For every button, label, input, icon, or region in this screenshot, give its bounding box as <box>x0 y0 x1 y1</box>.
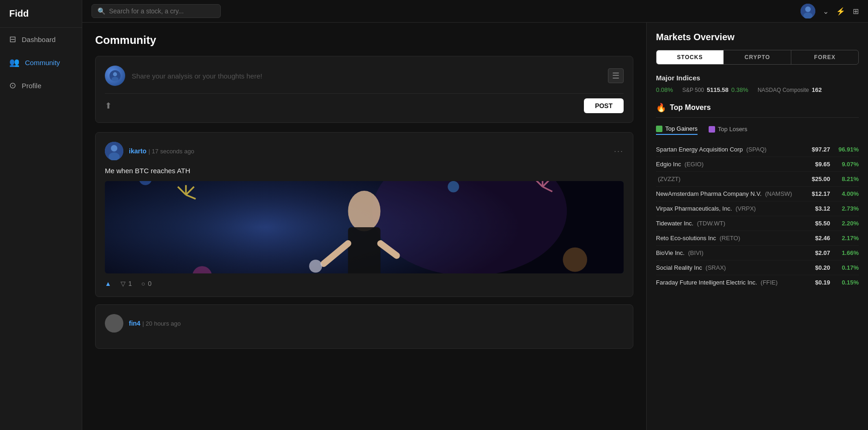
sidebar-item-community[interactable]: 👥 Community <box>0 51 82 74</box>
sidebar-item-profile[interactable]: ⊙ Profile <box>0 74 82 97</box>
post-more-button[interactable]: ··· <box>614 146 624 156</box>
dow-change: 0.08% <box>656 86 673 93</box>
stock-price: $5.50 <box>815 220 830 227</box>
post-author-section: ikarto | 17 seconds ago <box>105 142 194 160</box>
stock-price: $3.12 <box>815 205 830 212</box>
stock-change: 4.00% <box>836 190 859 197</box>
gainers-icon <box>656 126 662 132</box>
stock-row[interactable]: NewAmsterdam Pharma Company N.V. (NAMSW)… <box>656 187 859 201</box>
post-avatar <box>105 142 123 160</box>
svg-rect-19 <box>348 227 380 273</box>
sidebar-item-dashboard[interactable]: ⊟ Dashboard <box>0 28 82 51</box>
search-box[interactable]: 🔍 <box>91 4 221 18</box>
fire-icon: 🔥 <box>656 103 666 113</box>
sidebar-item-label: Profile <box>22 82 42 90</box>
upload-icon[interactable]: ⬆ <box>105 101 112 111</box>
losers-icon <box>709 126 715 133</box>
post-author-info: ikarto | 17 seconds ago <box>129 147 194 155</box>
stock-row[interactable]: Edgio Inc (EGIO) $9.65 9.07% <box>656 157 859 172</box>
nasdaq-name: NASDAQ Composite <box>758 87 809 93</box>
tab-top-losers[interactable]: Top Losers <box>709 125 747 135</box>
stock-price: $2.07 <box>815 249 830 256</box>
post-header: ikarto | 17 seconds ago ··· <box>105 142 624 160</box>
stock-change: 1.66% <box>836 249 859 256</box>
stock-change: 2.73% <box>836 205 859 212</box>
settings-icon[interactable]: ⊞ <box>853 7 859 16</box>
index-dow: 0.08% <box>656 86 673 93</box>
stock-price: $0.19 <box>815 279 830 286</box>
search-input[interactable] <box>109 7 215 15</box>
stock-change: 9.07% <box>836 161 859 168</box>
post-timestamp: | 20 hours ago <box>142 320 181 327</box>
main-content: 🔍 ⌄ ⚡ ⊞ Community <box>82 0 868 430</box>
post-header: fin4 | 20 hours ago <box>105 314 624 333</box>
stock-name: Tidewater Inc. (TDW.WT) <box>656 220 815 227</box>
sidebar-item-label: Dashboard <box>22 36 55 43</box>
author-name[interactable]: ikarto <box>129 147 146 155</box>
index-sp500: S&P 500 5115.58 0.38% <box>682 86 748 93</box>
svg-point-18 <box>348 191 380 231</box>
svg-point-4 <box>113 72 117 76</box>
stock-list: Spartan Energy Acquisition Corp (SPAQ) $… <box>656 142 859 290</box>
stock-name: Spartan Energy Acquisition Corp (SPAQ) <box>656 146 812 153</box>
notification-icon[interactable]: ⚡ <box>836 7 845 16</box>
svg-point-17 <box>448 181 459 193</box>
movers-tabs: Top Gainers Top Losers <box>656 125 859 135</box>
stock-row[interactable]: Faraday Future Intelligent Electric Inc.… <box>656 275 859 290</box>
stock-change: 8.21% <box>836 176 859 182</box>
post-author-section: fin4 | 20 hours ago <box>105 314 181 333</box>
stock-price: $97.27 <box>812 146 830 153</box>
post-card: fin4 | 20 hours ago <box>95 304 633 349</box>
stock-row[interactable]: (ZVZZT) $25.00 8.21% <box>656 172 859 187</box>
upvote-action[interactable]: ▲ <box>105 280 111 287</box>
stock-name: Faraday Future Intelligent Electric Inc.… <box>656 279 815 286</box>
stock-row[interactable]: Spartan Energy Acquisition Corp (SPAQ) $… <box>656 142 859 157</box>
downvote-action[interactable]: ▽ 1 <box>121 280 132 287</box>
post-avatar <box>105 314 123 333</box>
image-upload-icon[interactable]: ☰ <box>608 68 624 83</box>
tab-forex[interactable]: FOREX <box>791 50 858 64</box>
stock-name: Reto Eco-solutions Inc (RETO) <box>656 235 815 242</box>
search-icon: 🔍 <box>97 7 105 15</box>
dashboard-icon: ⊟ <box>9 34 16 44</box>
markets-title: Markets Overview <box>656 32 859 42</box>
comment-action[interactable]: ○ 0 <box>141 280 152 287</box>
svg-point-15 <box>563 248 587 272</box>
sidebar-item-label: Community <box>25 59 60 67</box>
stock-row[interactable]: Tidewater Inc. (TDW.WT) $5.50 2.20% <box>656 216 859 231</box>
stock-change: 2.17% <box>836 235 859 242</box>
composer-placeholder[interactable]: Share your analysis or your thoughts her… <box>132 72 601 80</box>
indices-row: 0.08% S&P 500 5115.58 0.38% NASDAQ Compo… <box>656 86 859 93</box>
post-composer: Share your analysis or your thoughts her… <box>95 56 633 123</box>
tab-stocks[interactable]: STOCKS <box>656 50 724 64</box>
comment-count: 0 <box>148 280 152 287</box>
stock-change: 0.15% <box>836 279 859 286</box>
stock-row[interactable]: BioVie Inc. (BIVI) $2.07 1.66% <box>656 246 859 260</box>
market-tabs: STOCKS CRYPTO FOREX <box>656 50 859 65</box>
page-title: Community <box>95 34 633 47</box>
stock-change: 0.17% <box>836 264 859 271</box>
avatar[interactable] <box>801 4 815 18</box>
chevron-down-icon[interactable]: ⌄ <box>823 7 829 16</box>
post-author-info: fin4 | 20 hours ago <box>129 319 181 327</box>
author-name[interactable]: fin4 <box>129 320 140 327</box>
stock-price: $25.00 <box>812 176 830 182</box>
downvote-icon: ▽ <box>121 280 126 287</box>
stock-row[interactable]: Reto Eco-solutions Inc (RETO) $2.46 2.17… <box>656 231 859 246</box>
svg-point-21 <box>309 260 322 273</box>
sp500-name: S&P 500 <box>682 87 704 93</box>
stock-name: BioVie Inc. (BIVI) <box>656 249 815 256</box>
stock-row[interactable]: Virpax Pharmaceuticals, Inc. (VRPX) $3.1… <box>656 201 859 216</box>
tab-crypto[interactable]: CRYPTO <box>724 50 791 64</box>
stock-row[interactable]: Social Reality Inc (SRAX) $0.20 0.17% <box>656 260 859 275</box>
post-button[interactable]: POST <box>584 98 624 113</box>
sp500-change: 0.38% <box>731 86 748 93</box>
tab-top-gainers[interactable]: Top Gainers <box>656 125 698 135</box>
svg-point-1 <box>805 6 811 12</box>
topbar-right: ⌄ ⚡ ⊞ <box>801 4 859 18</box>
app-logo: Fidd <box>0 0 82 28</box>
post-image <box>105 181 624 273</box>
stock-price: $12.17 <box>812 190 830 197</box>
tab-losers-label: Top Losers <box>718 126 747 133</box>
content-area: Community Share your analysis or your th… <box>82 23 868 430</box>
